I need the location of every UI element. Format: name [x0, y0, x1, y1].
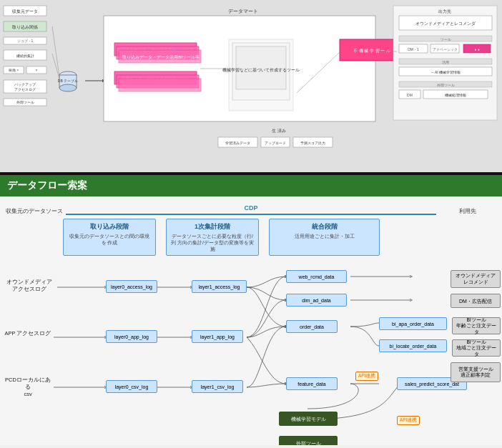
svg-text:アドベーシック: アドベーシック — [433, 47, 458, 51]
col-header-sources: 収集元のデータソース — [6, 207, 63, 215]
svg-rect-33 — [119, 79, 201, 91]
col-header-usage: 利用先 — [439, 207, 496, 215]
title-text: データフロー索案 — [7, 179, 87, 191]
svg-text:機械処理情報: 機械処理情報 — [445, 93, 466, 97]
node-layer1-csv: layer1_csv_log — [192, 380, 243, 393]
top-diagram-section: 収集元データ 取り込み関係 ジョブ・1 継続的集計 稼働 × × バックアップ … — [0, 0, 502, 175]
section-title: データフロー索案 — [0, 175, 502, 196]
phase-primary: 1次集計段階 データソースごとに必要な粒度（行/列 方向の集計/データ型の変換等… — [166, 219, 259, 256]
node-bi-locate: bi_locate_order_data — [379, 339, 447, 352]
bottom-diagram-section: データフロー索案 収集元のデータソース CDP 利用先 取り込み段階 収集元のデ… — [0, 175, 502, 445]
output-sales-support: 営業支援ツール適正顧客判定 — [451, 362, 501, 382]
node-layer0-access: layer0_access_log — [106, 280, 157, 293]
svg-text:→ AI 機械学習情報: → AI 機械学習情報 — [430, 70, 461, 74]
svg-text:ジョブ・1: ジョブ・1 — [17, 39, 34, 43]
node-order: order_data — [286, 320, 338, 333]
top-svg-diagram: 収集元データ 取り込み関係 ジョブ・1 継続的集計 稼働 × × バックアップ … — [0, 0, 502, 175]
node-layer0-csv: layer0_csv_log — [106, 380, 157, 393]
node-layer0-app: layer0_app_log — [106, 330, 157, 343]
source-owned-media: オウンドメディアアクセスログ — [4, 279, 55, 293]
node-ml-model: 機械学習モデル — [279, 412, 338, 426]
svg-text:収集元データ: 収集元データ — [12, 9, 38, 14]
svg-text:DM・1: DM・1 — [408, 47, 419, 51]
svg-text:ツール: ツール — [441, 37, 451, 41]
output-owned-media: オウンドメディアレコメンド — [451, 270, 501, 288]
node-layer1-app: layer1_app_log — [192, 330, 243, 343]
svg-text:外部ツール: 外部ツール — [16, 100, 34, 104]
node-external-tool: 外部ツール — [279, 436, 338, 445]
svg-text:取り込みデータ・データ活用BIツール等: 取り込みデータ・データ活用BIツール等 — [122, 55, 200, 59]
phase-integrated: 統合段階 活用用途ごとに集計・加工 — [269, 219, 380, 256]
output-bi-region: BIツール地域ごと注文データ — [452, 339, 501, 357]
output-bi-age: BIツール年齢ごと注文データ — [452, 317, 501, 334]
source-app: APP アクセスログ — [4, 330, 52, 337]
svg-text:予測スコア出力: 予測スコア出力 — [300, 141, 325, 145]
svg-text:×: × — [36, 68, 38, 72]
svg-text:稼働 ×: 稼働 × — [9, 68, 19, 72]
svg-text:オウンドメディアとレコメンダ: オウンドメディアとレコメンダ — [415, 21, 476, 26]
source-pcd: PCDローカルにあるcsv — [4, 377, 52, 397]
svg-text:DB テーブル: DB テーブル — [58, 79, 78, 83]
node-feature: feature_data — [286, 377, 338, 390]
svg-text:アップロード: アップロード — [265, 141, 286, 145]
api-label-1: API連携 — [355, 372, 378, 381]
svg-text:学習済みデータ: 学習済みデータ — [225, 141, 250, 145]
col-header-cdp: CDP — [244, 204, 257, 211]
flow-diagram: オウンドメディアアクセスログ APP アクセスログ PCDローカルにあるcsv … — [0, 259, 502, 445]
svg-text:DM: DM — [407, 93, 413, 97]
svg-text:外部ツール: 外部ツール — [437, 83, 455, 87]
svg-text:バックアップ: バックアップ — [14, 82, 36, 86]
api-label-2: API連携 — [397, 416, 420, 425]
svg-text:不 機 械 学 習 ー ル: 不 機 械 学 習 ー ル — [353, 49, 390, 53]
svg-text:継続的集計: 継続的集計 — [16, 54, 34, 58]
svg-text:生 済み: 生 済み — [272, 128, 286, 133]
svg-text:機械学習などに基づいて作成するツール: 機械学習などに基づいて作成するツール — [222, 68, 300, 73]
svg-text:取り込み関係: 取り込み関係 — [12, 25, 38, 29]
node-dim-ad: dim_ad_data — [286, 294, 347, 307]
svg-text:● ●: ● ● — [474, 47, 479, 51]
svg-text:出力先: 出力先 — [438, 9, 451, 14]
node-web-rcmd: web_rcmd_data — [286, 270, 347, 283]
node-bi-apa: bi_apa_order_data — [379, 317, 447, 330]
output-dm-ad: DM・広告配信 — [451, 294, 501, 308]
node-layer1-access: layer1_access_log — [192, 280, 247, 293]
svg-text:活用: 活用 — [442, 60, 449, 64]
svg-point-20 — [59, 84, 77, 91]
svg-text:データマート: データマート — [228, 9, 258, 14]
phase-intake: 取り込み段階 収集元のデータソースとの間の環境を 作成 — [63, 219, 156, 256]
svg-text:アクセスログ: アクセスログ — [14, 87, 36, 91]
